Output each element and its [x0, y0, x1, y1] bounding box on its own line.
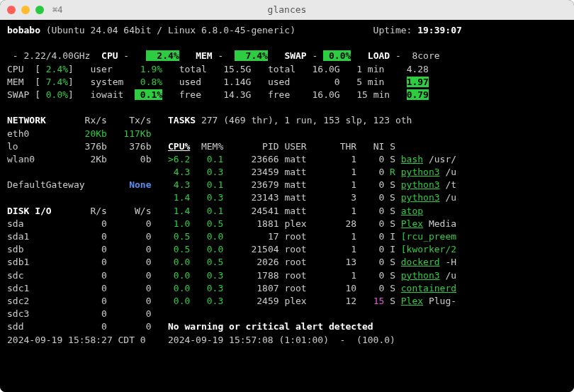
proc-pid: 24541 — [223, 206, 278, 216]
swap-pct: 0.0% — [323, 50, 351, 61]
hostname: bobabo — [7, 25, 40, 35]
proc-thr: 1 — [329, 244, 356, 254]
proc-s: S — [390, 154, 395, 164]
proc-ni: 0 — [356, 154, 384, 164]
proc-pid: 17 — [223, 231, 278, 242]
proc-user: matt — [284, 179, 329, 190]
alert-line: No warning or critical alert detected — [168, 321, 373, 332]
disk-name: sda — [7, 218, 74, 229]
cpu-sub-val: 1.9% — [135, 64, 162, 74]
proc-cpu: 1.4 — [168, 192, 190, 203]
mini-row-val: 0.0% — [46, 89, 68, 100]
footer-left-tail: 0 — [140, 335, 146, 345]
cpu-sub-label: iowait — [90, 89, 135, 100]
proc-user: plex — [284, 296, 329, 306]
proc-cmd: Plex — [401, 296, 423, 306]
disk-r: 0 — [74, 231, 107, 242]
cpu-sub-val: 0.1% — [135, 89, 162, 100]
disk-name: sdc3 — [7, 308, 74, 319]
mem-section-label: MEM — [196, 50, 212, 61]
proc-cpu: 0.5 — [168, 244, 190, 254]
zoom-icon[interactable] — [35, 6, 44, 14]
proc-user: root — [284, 257, 329, 267]
cpu-sub-val: 0.8% — [135, 77, 162, 87]
proc-cpu: 1.0 — [168, 218, 190, 229]
network-title: NETWORK — [7, 115, 74, 125]
proc-thr: 1 — [329, 179, 356, 190]
proc-ni: 0 — [356, 218, 384, 229]
proc-s: S — [390, 192, 395, 203]
proc-cpu: 0.0 — [168, 296, 190, 306]
terminal-content[interactable]: bobabo (Ubuntu 24.04 64bit / Linux 6.8.0… — [0, 20, 574, 392]
proc-thr: 1 — [329, 167, 356, 177]
disk-w: 0 — [107, 283, 152, 293]
proc-cpu: 0.5 — [168, 231, 190, 242]
swap-sub-val: 16.0G — [313, 64, 340, 74]
proc-user: root — [284, 244, 329, 254]
proc-mem: 0.1 — [201, 206, 223, 216]
proc-cmd: containerd — [401, 283, 456, 293]
cpu-pct: 2.4% — [146, 50, 179, 61]
proc-cmd-tail: Media — [423, 218, 456, 229]
proc-cmd: python3 — [401, 270, 440, 281]
disk-name: sdc — [7, 270, 74, 281]
disk-r: 0 — [74, 308, 107, 319]
disk-r: 0 — [74, 244, 107, 254]
footer-left: 2024-09-19 15:58:27 CDT — [7, 335, 135, 345]
cpu-sub-label: system — [90, 77, 135, 87]
uptime-label: Uptime: — [373, 25, 412, 35]
mem-pct: 7.4% — [235, 50, 268, 61]
proc-ni: 0 — [356, 270, 384, 281]
tx-header: Tx/s — [107, 115, 152, 125]
net-rx: 2Kb — [74, 154, 107, 164]
proc-mem: 0.0 — [201, 244, 223, 254]
tasks-summary: 277 (469 thr), 1 run, 153 slp, 123 oth — [201, 115, 412, 125]
proc-cmd-tail: -H — [440, 257, 456, 267]
disk-name: sdb — [7, 244, 74, 254]
mini-row-val: 7.4% — [46, 77, 68, 87]
swap-sub-val: 16.0G — [313, 89, 340, 100]
proc-thr: 1 — [329, 270, 356, 281]
proc-cmd: [kworker/2 — [401, 244, 456, 254]
proc-s: I — [390, 231, 395, 242]
proc-s: S — [390, 218, 395, 229]
proc-user: matt — [284, 154, 329, 164]
proc-cmd-tail: /u — [440, 167, 456, 177]
proc-mem: 0.5 — [201, 257, 223, 267]
proc-user: matt — [284, 192, 329, 203]
disk-w: 0 — [107, 308, 152, 319]
proc-mem: 0.5 — [201, 218, 223, 229]
proc-user: root — [284, 270, 329, 281]
net-tx: 117Kb — [107, 128, 152, 139]
net-iface: wlan0 — [7, 154, 74, 164]
proc-user: matt — [284, 206, 329, 216]
proc-cmd: python3 — [401, 179, 440, 190]
minimize-icon[interactable] — [21, 6, 30, 14]
proc-mem: 0.3 — [201, 296, 223, 306]
proc-cmd-tail: /u — [440, 192, 456, 203]
proc-cpu: 4.3 — [168, 167, 190, 177]
proc-cpu: 0.0 — [168, 283, 190, 293]
proc-s: R — [390, 167, 395, 177]
cpu-freq: - 2.22/4.00GHz — [7, 50, 101, 61]
load-sub-val: 4.28 — [407, 64, 429, 74]
proc-thr: 1 — [329, 231, 356, 242]
disk-w: 0 — [107, 244, 152, 254]
proc-s: S — [390, 296, 395, 306]
proc-thr: 12 — [329, 296, 356, 306]
proc-thr: 28 — [329, 218, 356, 229]
disk-r: 0 — [74, 296, 107, 306]
mini-row-label: SWAP — [7, 89, 35, 100]
proc-mem: 0.1 — [201, 179, 223, 190]
proc-pid: 1788 — [223, 270, 278, 281]
proc-thr: 1 — [329, 206, 356, 216]
mem-sub-label: free — [179, 89, 213, 100]
swap-section-label: SWAP — [284, 50, 306, 61]
proc-ni: 0 — [356, 192, 384, 203]
proc-s: S — [390, 283, 395, 293]
proc-cpu: 0.0 — [168, 270, 190, 281]
tasks-label: TASKS — [168, 115, 196, 125]
swap-sub-label: free — [268, 89, 301, 100]
close-icon[interactable] — [7, 6, 16, 14]
tab-title: ⌘4 — [52, 4, 62, 16]
